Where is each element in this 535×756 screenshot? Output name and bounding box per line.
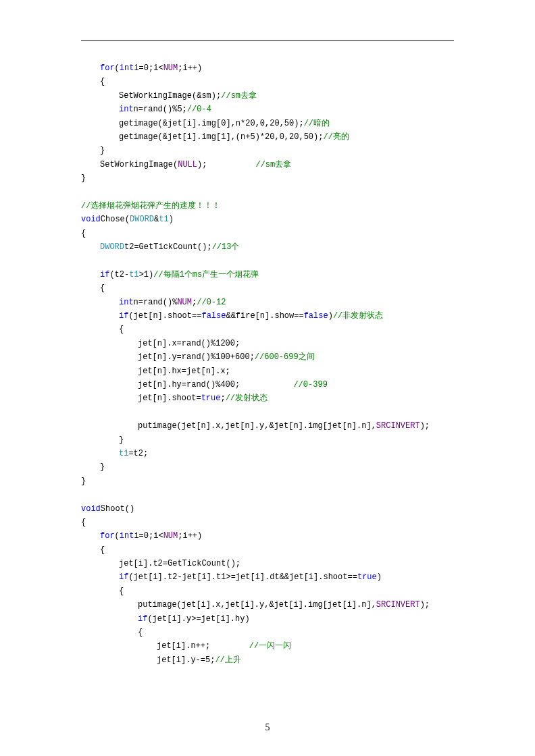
token-const: NUM — [163, 531, 178, 541]
token: ) — [169, 215, 174, 224]
token-kw: void — [81, 215, 101, 224]
token: { — [100, 284, 105, 293]
token: putimage(jet[i].x,jet[i].y,&jet[i].img[j… — [138, 600, 376, 610]
code-line: if(jet[n].shoot==false&&fire[n].show==fa… — [81, 309, 454, 323]
code-line: { — [81, 281, 454, 295]
token: t2=GetTickCount(); — [124, 242, 212, 252]
token-cm: //0-12 — [197, 298, 226, 307]
token-kw: for — [100, 63, 115, 73]
token: } — [81, 173, 86, 183]
token: SetWorkingImage(&sm); — [119, 91, 221, 101]
token-kw: if — [100, 270, 109, 279]
code-line: { — [81, 516, 454, 529]
token: jet[n].hy=rand()%400; — [138, 380, 293, 389]
code-line: jet[n].hy=rand()%400; //0-399 — [81, 378, 454, 392]
token-kw: void — [81, 504, 101, 514]
token: } — [100, 462, 105, 472]
token-kw: if — [138, 614, 147, 624]
token-kw: int — [120, 63, 134, 73]
token-cm: //非发射状态 — [333, 311, 383, 321]
token: ; — [220, 394, 225, 403]
code-block: for(inti=0;i<NUM;i++){SetWorkingImage(&s… — [81, 61, 454, 667]
token-cm: //600-699之间 — [255, 352, 315, 362]
token: jet[i].t2=GetTickCount(); — [119, 559, 240, 568]
token-num: t1 — [159, 215, 168, 224]
token: n=rand()%5; — [134, 105, 187, 114]
token-const: NULL — [178, 160, 197, 169]
code-line: intn=rand()%5;//0-4 — [81, 103, 454, 116]
code-line: if(t2-t1>1)//每隔1个ms产生一个烟花弹 — [81, 268, 454, 281]
token-cm: //选择烟花弹烟花弹产生的速度！！！ — [81, 201, 220, 211]
token: Shoot() — [101, 504, 134, 514]
token-num: DWORD — [130, 215, 154, 224]
token: { — [100, 545, 105, 555]
token: >1) — [139, 270, 154, 279]
token-num: t1 — [129, 270, 138, 279]
code-line: { — [81, 75, 454, 88]
code-line — [81, 406, 454, 419]
code-line: jet[i].n++; //一闪一闪 — [81, 639, 454, 653]
token-const: NUM — [163, 63, 178, 73]
page-number: 5 — [0, 720, 535, 736]
code-line: t1=t2; — [81, 447, 454, 460]
token-cm: //每隔1个ms产生一个烟花弹 — [153, 270, 259, 279]
token: ;i++) — [178, 531, 202, 541]
code-line: voidShoot() — [81, 502, 454, 516]
code-line: putimage(jet[i].x,jet[i].y,&jet[i].img[j… — [81, 598, 454, 612]
token-cm: //发射状态 — [226, 394, 268, 403]
code-line: for(inti=0;i<NUM;i++) — [81, 529, 454, 543]
token: jet[n].hx=jet[n].x; — [138, 367, 230, 376]
code-line: intn=rand()%NUM;//0-12 — [81, 296, 454, 309]
token-const: SRCINVERT — [376, 600, 420, 610]
code-line: { — [81, 227, 454, 240]
token-cm: //暗的 — [304, 119, 330, 128]
token: ) — [328, 311, 333, 321]
token-kw: false — [201, 311, 226, 321]
token: jet[n].y=rand()%100+600; — [138, 352, 255, 362]
token-cm: //0-4 — [187, 105, 211, 114]
code-line: { — [81, 585, 454, 598]
code-line: getimage(&jet[i].img[0],n*20,0,20,50);//… — [81, 117, 454, 130]
token: { — [81, 518, 86, 527]
code-line — [81, 186, 454, 199]
token: Chose( — [101, 215, 130, 224]
code-line: DWORDt2=GetTickCount();//13个 — [81, 240, 454, 254]
token: SetWorkingImage( — [100, 160, 178, 169]
token: i=0;i< — [134, 531, 163, 541]
token-cm: //0-399 — [293, 380, 327, 389]
token: (jet[i].t2-jet[i].t1>=jet[i].dt&&jet[i].… — [128, 572, 357, 582]
token: ) — [377, 572, 382, 582]
token-cm: //亮的 — [323, 132, 349, 142]
token: i=0;i< — [134, 63, 163, 73]
code-line: } — [81, 475, 454, 488]
token: } — [100, 146, 105, 155]
code-line: { — [81, 543, 454, 557]
code-line: jet[n].shoot=true;//发射状态 — [81, 392, 454, 405]
code-line: jet[i].t2=GetTickCount(); — [81, 557, 454, 570]
token-cm: //sm去拿 — [255, 160, 291, 169]
code-line: getimage(&jet[i].img[1],(n+5)*20,0,20,50… — [81, 130, 454, 144]
token-num: DWORD — [100, 242, 124, 252]
token: n=rand()% — [134, 298, 178, 307]
token-kw: for — [100, 531, 115, 541]
token-cm: //一闪一闪 — [249, 641, 291, 651]
token: { — [81, 229, 86, 238]
code-line: jet[i].y-=5;//上升 — [81, 653, 454, 667]
code-line: jet[n].hx=jet[n].x; — [81, 364, 454, 378]
token: jet[i].n++; — [157, 641, 249, 651]
token: &&fire[n].show== — [226, 311, 303, 321]
token: jet[n].x=rand()%1200; — [138, 339, 240, 348]
code-line: { — [81, 323, 454, 336]
code-line: } — [81, 460, 454, 474]
token: (jet[i].y>=jet[i].hy) — [147, 614, 249, 624]
code-line: voidChose(DWORD&t1) — [81, 213, 454, 226]
token: jet[n].shoot= — [138, 394, 201, 403]
token: { — [119, 587, 124, 596]
token-num: t1 — [119, 449, 128, 458]
token: jet[i].y-=5; — [157, 655, 215, 665]
code-line: for(inti=0;i<NUM;i++) — [81, 61, 454, 75]
token-const: NUM — [177, 298, 192, 307]
token: getimage(&jet[i].img[0],n*20,0,20,50); — [119, 119, 304, 128]
token-kw: false — [304, 311, 328, 321]
token-kw: true — [357, 572, 377, 582]
